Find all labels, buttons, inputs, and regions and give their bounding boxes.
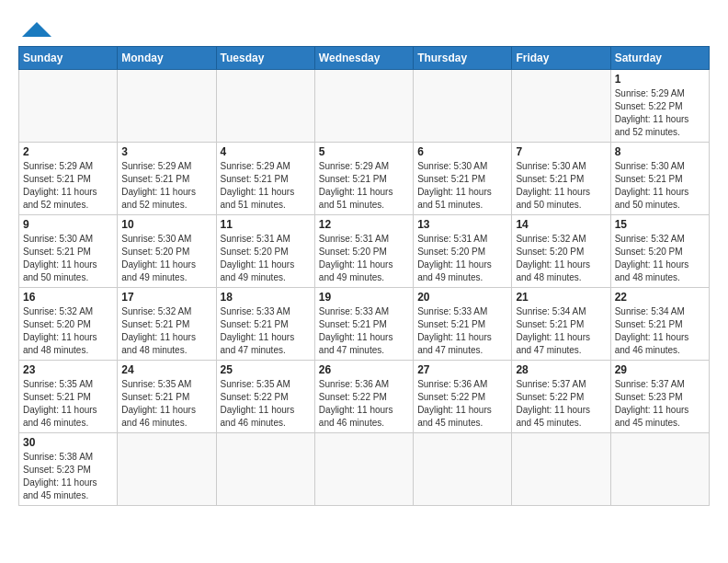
calendar-cell: 15Sunrise: 5:32 AMSunset: 5:20 PMDayligh… xyxy=(610,215,709,288)
day-info: Sunrise: 5:30 AMSunset: 5:21 PMDaylight:… xyxy=(417,160,507,212)
calendar-cell xyxy=(118,70,216,143)
day-number: 2 xyxy=(23,145,113,158)
calendar-cell: 4Sunrise: 5:29 AMSunset: 5:21 PMDaylight… xyxy=(216,143,314,215)
day-number: 14 xyxy=(516,218,606,231)
calendar-cell xyxy=(314,433,413,506)
day-number: 25 xyxy=(221,363,311,376)
calendar-cell: 13Sunrise: 5:31 AMSunset: 5:20 PMDayligh… xyxy=(414,215,512,288)
day-info: Sunrise: 5:36 AMSunset: 5:22 PMDaylight:… xyxy=(417,378,507,430)
weekday-header-tuesday: Tuesday xyxy=(216,47,314,70)
calendar-cell: 1Sunrise: 5:29 AMSunset: 5:22 PMDaylight… xyxy=(610,70,709,143)
calendar-cell: 30Sunrise: 5:38 AMSunset: 5:23 PMDayligh… xyxy=(19,433,118,506)
day-number: 3 xyxy=(121,145,211,158)
calendar-cell: 12Sunrise: 5:31 AMSunset: 5:20 PMDayligh… xyxy=(314,215,413,288)
calendar-cell: 25Sunrise: 5:35 AMSunset: 5:22 PMDayligh… xyxy=(216,361,314,433)
day-number: 5 xyxy=(319,145,409,158)
day-number: 9 xyxy=(23,218,113,231)
day-info: Sunrise: 5:29 AMSunset: 5:22 PMDaylight:… xyxy=(615,87,705,139)
day-number: 21 xyxy=(516,291,606,304)
calendar-cell xyxy=(512,70,610,143)
calendar-cell xyxy=(610,433,709,506)
day-info: Sunrise: 5:34 AMSunset: 5:21 PMDaylight:… xyxy=(516,305,606,357)
calendar-cell xyxy=(216,70,314,143)
day-number: 24 xyxy=(121,363,211,376)
day-number: 1 xyxy=(615,73,705,86)
day-info: Sunrise: 5:29 AMSunset: 5:21 PMDaylight:… xyxy=(23,160,113,212)
calendar-cell: 6Sunrise: 5:30 AMSunset: 5:21 PMDaylight… xyxy=(414,143,512,215)
calendar-cell: 21Sunrise: 5:34 AMSunset: 5:21 PMDayligh… xyxy=(512,288,610,361)
day-number: 19 xyxy=(319,291,409,304)
day-info: Sunrise: 5:37 AMSunset: 5:22 PMDaylight:… xyxy=(516,378,606,430)
calendar-cell xyxy=(19,70,118,143)
day-number: 18 xyxy=(221,291,311,304)
day-info: Sunrise: 5:38 AMSunset: 5:23 PMDaylight:… xyxy=(23,451,113,502)
day-number: 8 xyxy=(615,145,705,158)
day-info: Sunrise: 5:37 AMSunset: 5:23 PMDaylight:… xyxy=(615,378,705,430)
day-info: Sunrise: 5:33 AMSunset: 5:21 PMDaylight:… xyxy=(319,305,409,357)
calendar-cell xyxy=(512,433,610,506)
calendar-cell: 22Sunrise: 5:34 AMSunset: 5:21 PMDayligh… xyxy=(610,288,709,361)
calendar-cell: 23Sunrise: 5:35 AMSunset: 5:21 PMDayligh… xyxy=(19,361,118,433)
weekday-header-sunday: Sunday xyxy=(19,47,118,70)
day-info: Sunrise: 5:30 AMSunset: 5:21 PMDaylight:… xyxy=(23,233,113,284)
calendar-cell: 17Sunrise: 5:32 AMSunset: 5:21 PMDayligh… xyxy=(118,288,216,361)
calendar-cell: 5Sunrise: 5:29 AMSunset: 5:21 PMDaylight… xyxy=(314,143,413,215)
calendar-cell: 16Sunrise: 5:32 AMSunset: 5:20 PMDayligh… xyxy=(19,288,118,361)
weekday-header-monday: Monday xyxy=(118,47,216,70)
day-number: 12 xyxy=(319,218,409,231)
calendar-cell: 26Sunrise: 5:36 AMSunset: 5:22 PMDayligh… xyxy=(314,361,413,433)
day-info: Sunrise: 5:30 AMSunset: 5:21 PMDaylight:… xyxy=(615,160,705,212)
day-info: Sunrise: 5:29 AMSunset: 5:21 PMDaylight:… xyxy=(221,160,311,212)
day-number: 29 xyxy=(615,363,705,376)
day-info: Sunrise: 5:33 AMSunset: 5:21 PMDaylight:… xyxy=(221,305,311,357)
day-number: 28 xyxy=(516,363,606,376)
day-number: 30 xyxy=(23,436,113,449)
day-number: 15 xyxy=(615,218,705,231)
day-number: 22 xyxy=(615,291,705,304)
day-info: Sunrise: 5:35 AMSunset: 5:21 PMDaylight:… xyxy=(23,378,113,430)
day-info: Sunrise: 5:31 AMSunset: 5:20 PMDaylight:… xyxy=(319,233,409,284)
day-info: Sunrise: 5:30 AMSunset: 5:21 PMDaylight:… xyxy=(516,160,606,212)
day-info: Sunrise: 5:29 AMSunset: 5:21 PMDaylight:… xyxy=(319,160,409,212)
day-info: Sunrise: 5:31 AMSunset: 5:20 PMDaylight:… xyxy=(417,233,507,284)
calendar-cell: 27Sunrise: 5:36 AMSunset: 5:22 PMDayligh… xyxy=(414,361,512,433)
day-info: Sunrise: 5:35 AMSunset: 5:21 PMDaylight:… xyxy=(121,378,211,430)
day-number: 7 xyxy=(516,145,606,158)
logo-icon xyxy=(20,20,53,40)
day-info: Sunrise: 5:31 AMSunset: 5:20 PMDaylight:… xyxy=(221,233,311,284)
header xyxy=(18,15,710,39)
calendar-cell xyxy=(118,433,216,506)
day-info: Sunrise: 5:36 AMSunset: 5:22 PMDaylight:… xyxy=(319,378,409,430)
day-info: Sunrise: 5:35 AMSunset: 5:22 PMDaylight:… xyxy=(221,378,311,430)
calendar-cell: 28Sunrise: 5:37 AMSunset: 5:22 PMDayligh… xyxy=(512,361,610,433)
weekday-header-friday: Friday xyxy=(512,47,610,70)
calendar-cell: 3Sunrise: 5:29 AMSunset: 5:21 PMDaylight… xyxy=(118,143,216,215)
calendar-cell: 10Sunrise: 5:30 AMSunset: 5:20 PMDayligh… xyxy=(118,215,216,288)
day-number: 11 xyxy=(221,218,311,231)
day-info: Sunrise: 5:32 AMSunset: 5:21 PMDaylight:… xyxy=(121,305,211,357)
day-number: 10 xyxy=(121,218,211,231)
day-info: Sunrise: 5:34 AMSunset: 5:21 PMDaylight:… xyxy=(615,305,705,357)
calendar-cell: 19Sunrise: 5:33 AMSunset: 5:21 PMDayligh… xyxy=(314,288,413,361)
day-number: 16 xyxy=(23,291,113,304)
calendar-cell xyxy=(216,433,314,506)
day-number: 23 xyxy=(23,363,113,376)
weekday-header-thursday: Thursday xyxy=(414,47,512,70)
day-number: 13 xyxy=(417,218,507,231)
day-number: 20 xyxy=(417,291,507,304)
day-number: 27 xyxy=(417,363,507,376)
calendar-cell xyxy=(414,433,512,506)
day-number: 6 xyxy=(417,145,507,158)
day-info: Sunrise: 5:32 AMSunset: 5:20 PMDaylight:… xyxy=(23,305,113,357)
calendar-cell: 29Sunrise: 5:37 AMSunset: 5:23 PMDayligh… xyxy=(610,361,709,433)
weekday-header-wednesday: Wednesday xyxy=(314,47,413,70)
calendar-cell: 9Sunrise: 5:30 AMSunset: 5:21 PMDaylight… xyxy=(19,215,118,288)
day-number: 4 xyxy=(221,145,311,158)
calendar-cell: 24Sunrise: 5:35 AMSunset: 5:21 PMDayligh… xyxy=(118,361,216,433)
calendar-cell: 20Sunrise: 5:33 AMSunset: 5:21 PMDayligh… xyxy=(414,288,512,361)
calendar-cell: 7Sunrise: 5:30 AMSunset: 5:21 PMDaylight… xyxy=(512,143,610,215)
day-info: Sunrise: 5:32 AMSunset: 5:20 PMDaylight:… xyxy=(615,233,705,284)
logo xyxy=(18,18,53,39)
calendar-cell: 11Sunrise: 5:31 AMSunset: 5:20 PMDayligh… xyxy=(216,215,314,288)
day-info: Sunrise: 5:33 AMSunset: 5:21 PMDaylight:… xyxy=(417,305,507,357)
